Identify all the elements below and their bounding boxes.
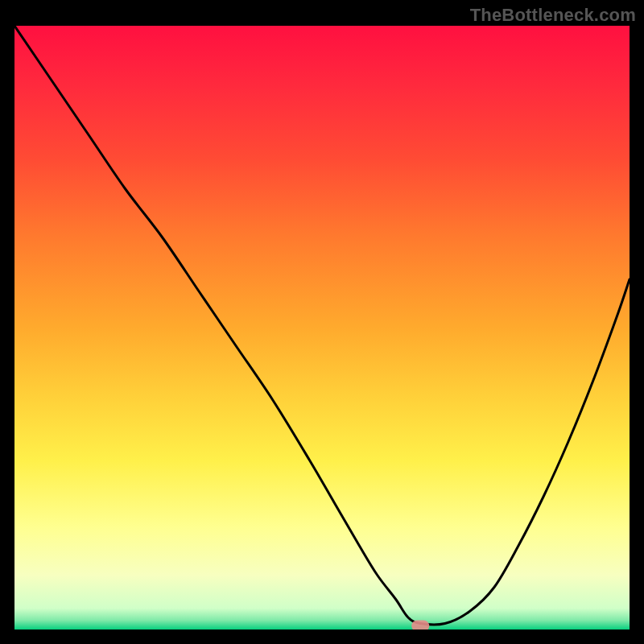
- watermark-label: TheBottleneck.com: [470, 5, 636, 26]
- chart-frame: TheBottleneck.com: [0, 0, 644, 644]
- markers: [411, 621, 429, 630]
- optimal-marker: [411, 621, 429, 630]
- gradient-background: [14, 26, 630, 630]
- chart-svg: [14, 26, 630, 630]
- bottleneck-plot: [14, 26, 630, 630]
